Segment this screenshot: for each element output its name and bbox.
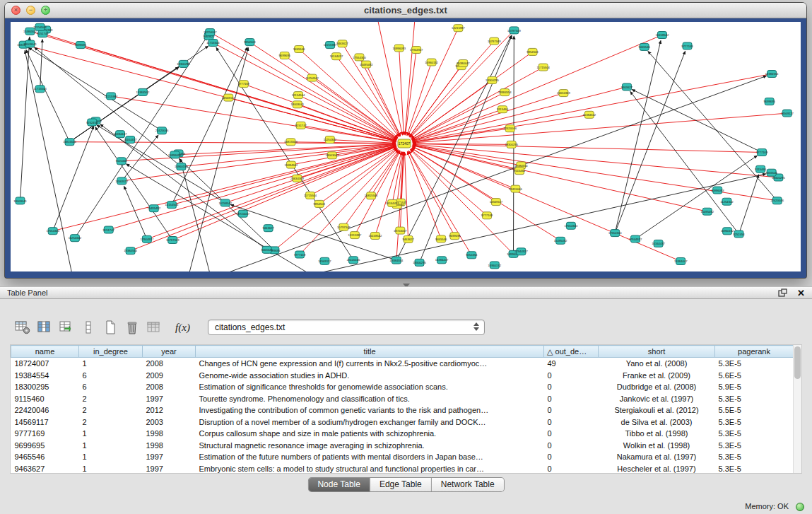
graph-node[interactable]: 9777169 xyxy=(481,212,493,219)
graph-node[interactable]: 11254342 xyxy=(720,198,734,205)
graph-edge[interactable] xyxy=(405,152,408,239)
graph-edge[interactable] xyxy=(412,147,681,262)
table-scrollbar-thumb[interactable] xyxy=(794,346,801,379)
graph-node[interactable]: 10797349 xyxy=(488,37,501,45)
graph-node[interactable]: 9465546 xyxy=(261,246,273,253)
graph-edge[interactable] xyxy=(615,51,685,233)
graph-edge[interactable] xyxy=(635,156,758,239)
graph-node[interactable]: 18300295 xyxy=(486,76,499,83)
graph-node[interactable]: 19384554 xyxy=(498,89,512,96)
panel-divider[interactable] xyxy=(0,278,812,286)
graph-node[interactable]: 9777169 xyxy=(238,81,250,88)
graph-edge[interactable] xyxy=(413,146,707,212)
graph-node[interactable]: 9151747 xyxy=(37,30,49,37)
graph-node[interactable]: 15384447 xyxy=(457,60,470,67)
graph-node[interactable]: 22420046 xyxy=(770,197,784,204)
graph-node[interactable]: 18300295 xyxy=(413,259,426,266)
graph-edge[interactable] xyxy=(336,57,399,137)
graph-node[interactable]: 22420046 xyxy=(509,185,522,192)
column-header-in_degree[interactable]: in_degree xyxy=(79,346,143,358)
table-row[interactable]: 969969511998Structural magnetic resonanc… xyxy=(11,440,794,452)
table-settings-icon[interactable] xyxy=(11,318,33,337)
new-table-icon[interactable] xyxy=(99,318,121,337)
graph-node[interactable]: 9465546 xyxy=(293,46,305,53)
close-panel-icon[interactable]: ✕ xyxy=(797,288,805,298)
graph-node[interactable]: 20634369 xyxy=(557,90,570,97)
graph-node[interactable]: 18724007 xyxy=(394,227,407,234)
column-header-short[interactable]: short xyxy=(599,346,715,358)
tab-network-table[interactable]: Network Table xyxy=(431,478,504,491)
graph-node[interactable]: 9777169 xyxy=(756,149,768,156)
graph-node[interactable]: 9465546 xyxy=(766,169,778,176)
graph-node[interactable]: 14569117 xyxy=(222,94,235,101)
window-titlebar[interactable]: × − + citations_edges.txt xyxy=(5,3,806,18)
network-canvas-svg[interactable]: 1830029519384554911546022420046145691179… xyxy=(11,22,801,271)
graph-node[interactable]: 9115460 xyxy=(497,106,509,113)
graph-node[interactable]: 16158542 xyxy=(218,199,232,206)
edit-columns-icon[interactable] xyxy=(55,318,77,337)
graph-node[interactable]: 12215987 xyxy=(324,42,337,49)
graph-node[interactable]: 16815504 xyxy=(63,139,76,146)
graph-node[interactable]: 16158542 xyxy=(369,233,382,240)
table-row[interactable]: 946554611997Estimation of the future num… xyxy=(11,451,794,463)
graph-node[interactable]: 11254342 xyxy=(305,74,319,81)
graph-node[interactable]: 10797349 xyxy=(337,223,351,230)
table-row[interactable]: 1938455462009Genome-wide association stu… xyxy=(11,370,794,382)
table-scrollbar[interactable] xyxy=(793,345,801,473)
zoom-window-button[interactable]: + xyxy=(41,6,50,15)
graph-edge[interactable] xyxy=(172,76,766,271)
graph-node[interactable]: 9465546 xyxy=(639,43,651,50)
delete-table-icon[interactable] xyxy=(121,318,143,337)
tab-edge-table[interactable]: Edge Table xyxy=(370,478,431,491)
graph-node[interactable]: 19384554 xyxy=(390,257,404,264)
graph-node[interactable]: 15384447 xyxy=(674,258,688,265)
graph-node[interactable]: 11254342 xyxy=(69,235,82,242)
show-columns-icon[interactable] xyxy=(33,318,55,337)
graph-node[interactable]: 16164437 xyxy=(330,53,343,60)
graph-edge[interactable] xyxy=(407,151,441,239)
column-header-pagerank[interactable]: pagerank xyxy=(715,346,794,358)
graph-node[interactable]: 16815504 xyxy=(284,139,298,146)
graph-edge[interactable] xyxy=(172,47,247,205)
graph-node[interactable]: 15495492 xyxy=(700,208,714,215)
graph-node[interactable]: 15495492 xyxy=(360,61,373,68)
graph-node[interactable]: 16960152 xyxy=(721,228,734,235)
graph-edge[interactable] xyxy=(407,62,432,136)
graph-node[interactable]: 16158542 xyxy=(656,32,669,39)
graph-node[interactable]: 9463627 xyxy=(336,40,348,47)
graph-edge[interactable] xyxy=(413,145,522,165)
graph-node[interactable]: 19384554 xyxy=(765,71,779,78)
graph-node[interactable]: 12215987 xyxy=(105,93,118,100)
graph-edge[interactable] xyxy=(95,127,173,240)
network-table-select[interactable]: citations_edges.txt xyxy=(208,320,485,335)
graph-node[interactable]: 9463627 xyxy=(402,235,414,243)
graph-node[interactable]: 16164437 xyxy=(652,240,665,247)
graph-node[interactable]: 10797349 xyxy=(507,27,521,34)
graph-node[interactable]: 9115460 xyxy=(116,158,128,165)
graph-edge[interactable] xyxy=(410,30,514,138)
graph-node[interactable]: 22420046 xyxy=(155,127,169,134)
graph-node[interactable]: 12215987 xyxy=(348,232,362,239)
column-header-name[interactable]: name xyxy=(11,346,79,358)
graph-edge[interactable] xyxy=(301,125,396,142)
graph-node[interactable]: 19384554 xyxy=(124,247,137,255)
graph-node[interactable]: 17944927 xyxy=(141,235,154,243)
graph-edge[interactable] xyxy=(377,22,403,135)
graph-node[interactable]: 16815504 xyxy=(365,192,378,199)
graph-edge[interactable] xyxy=(20,37,30,201)
graph-node[interactable]: 10797349 xyxy=(166,237,180,244)
close-window-button[interactable]: × xyxy=(11,6,20,15)
graph-node[interactable]: 9699695 xyxy=(449,233,461,240)
graph-hub-node[interactable]: 172407 xyxy=(398,139,411,148)
graph-edge[interactable] xyxy=(172,147,396,240)
graph-edge[interactable] xyxy=(648,51,777,200)
column-header-title[interactable]: title xyxy=(196,346,544,358)
graph-node[interactable]: 18003041 xyxy=(13,197,27,204)
graph-edge[interactable] xyxy=(615,40,661,233)
graph-node[interactable]: 11715504 xyxy=(537,64,551,71)
graph-node[interactable]: 15384447 xyxy=(435,257,449,264)
graph-node[interactable]: 14569117 xyxy=(781,110,794,117)
graph-node[interactable]: 9151747 xyxy=(295,122,307,129)
graph-edge[interactable] xyxy=(412,93,563,141)
table-row[interactable]: 1830029562008Estimation of significance … xyxy=(11,381,794,393)
